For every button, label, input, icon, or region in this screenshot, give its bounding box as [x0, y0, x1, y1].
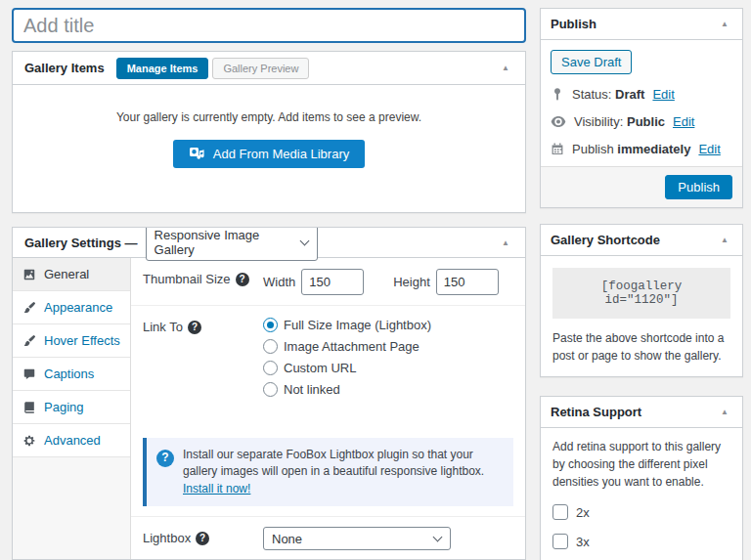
publish-footer: Publish [541, 166, 742, 207]
help-icon[interactable]: ? [188, 321, 201, 334]
settings-tab-label: Advanced [44, 433, 101, 448]
gallery-title-input[interactable] [12, 8, 526, 43]
question-icon: ? [156, 450, 174, 467]
settings-tab-label: Appearance [44, 300, 112, 315]
link-to-label-group: Link To ? [143, 316, 263, 334]
retina-option-3x[interactable]: 3x [552, 534, 730, 549]
collapse-icon[interactable]: ▲ [717, 404, 732, 420]
collapse-icon[interactable]: ▲ [717, 232, 732, 248]
edit-status-link[interactable]: Edit [652, 87, 674, 102]
collapse-icon[interactable]: ▲ [717, 16, 732, 32]
settings-tab-advanced[interactable]: Advanced [13, 424, 130, 457]
calendar-icon [551, 142, 564, 156]
book-icon [22, 401, 36, 414]
width-label: Width [263, 275, 295, 289]
thumbnail-size-row: Thumbnail Size ? Width Height [131, 258, 525, 306]
link-to-option-not-linked[interactable]: Not linked [263, 382, 513, 397]
settings-tab-label: Hover Effects [44, 333, 120, 348]
settings-content: Thumbnail Size ? Width Height [131, 258, 525, 560]
settings-tab-label: Paging [44, 400, 83, 414]
foobox-notice-wrap: ? Install our separate FooBox Lightbox p… [131, 438, 525, 517]
status-value: Draft [615, 87, 644, 102]
checkbox-icon[interactable] [552, 534, 568, 549]
radio-label: Image Attachment Page [284, 339, 420, 354]
publish-button[interactable]: Publish [665, 175, 732, 199]
retina-support-panel: Retina Support ▲ Add retina support to t… [540, 396, 743, 560]
gallery-items-title: Gallery Items [24, 61, 105, 75]
gallery-template-select[interactable]: Responsive Image Gallery [146, 227, 318, 261]
shortcode-help-text: Paste the above shortcode into a post or… [552, 329, 730, 365]
radio-icon[interactable] [263, 361, 278, 375]
shortcode-title: Gallery Shortcode [551, 233, 660, 247]
publish-title: Publish [551, 17, 596, 31]
edit-visibility-link[interactable]: Edit [673, 114, 694, 129]
retina-body: Add retina support to this gallery by ch… [541, 428, 742, 560]
retina-option-2x[interactable]: 2x [552, 504, 730, 520]
publish-panel: Publish ▲ Save Draft Status: Draft Edit [540, 8, 743, 208]
checkbox-icon[interactable] [552, 504, 568, 520]
thumbnail-width-input[interactable] [301, 269, 364, 295]
lightbox-label-group: Lightbox ? [143, 527, 263, 545]
status-text: Status: Draft [572, 87, 644, 102]
comment-icon [22, 367, 36, 381]
gear-icon [22, 434, 36, 448]
gallery-shortcode-panel: Gallery Shortcode ▲ [foogallery id="1120… [540, 224, 743, 377]
visibility-value: Public [627, 114, 665, 129]
empty-gallery-message: Your gallery is currently empty. Add ite… [13, 85, 525, 124]
settings-tab-appearance[interactable]: Appearance [13, 291, 130, 324]
settings-tab-hover-effects[interactable]: Hover Effects [13, 324, 130, 358]
radio-icon[interactable] [263, 318, 278, 332]
gallery-items-header: Gallery Items Manage Items Gallery Previ… [13, 52, 525, 85]
radio-icon[interactable] [263, 339, 278, 354]
link-to-option-full-size[interactable]: Full Size Image (Lightbox) [263, 318, 513, 332]
retina-title: Retina Support [551, 405, 641, 419]
gallery-settings-title: Gallery Settings — [24, 236, 138, 250]
foogallery-edit-page: Gallery Items Manage Items Gallery Previ… [0, 0, 751, 560]
height-label: Height [393, 275, 430, 289]
link-to-option-attachment-page[interactable]: Image Attachment Page [263, 339, 513, 354]
shortcode-code[interactable]: [foogallery id="1120"] [552, 268, 730, 319]
settings-tab-paging[interactable]: Paging [13, 391, 130, 424]
help-icon[interactable]: ? [236, 273, 249, 286]
collapse-icon[interactable]: ▲ [498, 235, 513, 251]
collapse-icon[interactable]: ▲ [498, 60, 513, 76]
thumbnail-size-controls: Width Height [263, 268, 513, 295]
radio-icon[interactable] [263, 382, 278, 397]
tab-manage-items[interactable]: Manage Items [116, 58, 209, 79]
save-draft-button[interactable]: Save Draft [551, 50, 632, 74]
help-icon[interactable]: ? [196, 532, 209, 545]
visibility-text: Visibility: Public [574, 114, 665, 129]
foobox-notice-text: Install our separate FooBox Lightbox plu… [183, 447, 504, 497]
link-to-label: Link To [143, 320, 183, 334]
lightbox-select[interactable]: None [263, 527, 451, 550]
gallery-items-panel: Gallery Items Manage Items Gallery Previ… [12, 51, 526, 213]
status-prefix: Status: [572, 87, 611, 102]
sidebar: Publish ▲ Save Draft Status: Draft Edit [540, 8, 743, 560]
thumbnail-size-label: Thumbnail Size [143, 272, 231, 286]
lightbox-label: Lightbox [143, 531, 191, 545]
link-to-option-custom-url[interactable]: Custom URL [263, 361, 513, 375]
radio-label: Full Size Image (Lightbox) [284, 318, 431, 332]
retina-header: Retina Support ▲ [541, 397, 742, 428]
media-library-icon [189, 147, 205, 161]
visibility-prefix: Visibility: [574, 114, 623, 129]
edit-schedule-link[interactable]: Edit [698, 142, 720, 156]
settings-tab-list: General Appearance Hover Effects [13, 258, 131, 560]
foobox-notice-body: Install our separate FooBox Lightbox plu… [183, 448, 484, 478]
checkbox-label: 2x [576, 505, 590, 520]
checkbox-label: 3x [576, 535, 590, 549]
add-from-media-library-label: Add From Media Library [213, 147, 349, 161]
install-it-now-link[interactable]: Install it now! [183, 482, 250, 495]
tab-gallery-preview[interactable]: Gallery Preview [212, 58, 309, 79]
settings-tab-general[interactable]: General [13, 258, 130, 291]
settings-tab-label: General [44, 267, 89, 281]
gallery-items-body: Your gallery is currently empty. Add ite… [13, 85, 525, 212]
shortcode-body: [foogallery id="1120"] Paste the above s… [541, 256, 742, 376]
lightbox-selected-value: None [272, 532, 302, 546]
settings-tab-captions[interactable]: Captions [13, 358, 130, 391]
add-from-media-library-button[interactable]: Add From Media Library [173, 140, 365, 168]
lightbox-control: None [263, 527, 513, 550]
link-to-options: Full Size Image (Lightbox) Image Attachm… [263, 316, 513, 418]
gallery-settings-panel: Gallery Settings — Responsive Image Gall… [12, 227, 526, 560]
thumbnail-height-input[interactable] [436, 269, 499, 295]
